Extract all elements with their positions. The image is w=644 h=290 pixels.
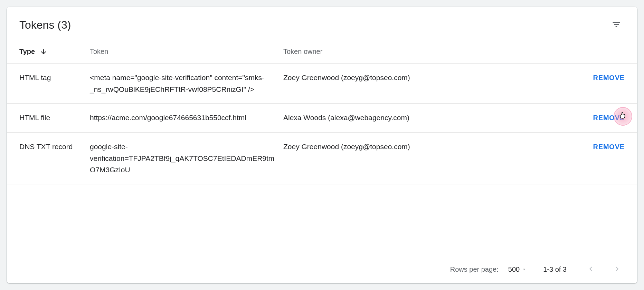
- dropdown-icon: [522, 265, 527, 273]
- cell-owner: Alexa Woods (alexa@webagency.com): [283, 104, 582, 133]
- tokens-card: Tokens (3) Type Toke: [7, 7, 637, 283]
- cell-token: https://acme.com/google674665631b550ccf.…: [90, 104, 283, 133]
- column-header-owner[interactable]: Token owner: [283, 40, 582, 64]
- rows-per-page-value: 500: [508, 265, 520, 273]
- table-row: HTML tag <meta name="google-site-verific…: [7, 64, 637, 104]
- column-header-token[interactable]: Token: [90, 40, 283, 64]
- remove-button[interactable]: REMOVE: [593, 141, 625, 153]
- cell-token: google-site-verification=TFJPA2TBf9j_qAK…: [90, 133, 283, 184]
- rows-per-page-label: Rows per page:: [450, 265, 499, 273]
- cell-owner: Zoey Greenwood (zoeyg@topseo.com): [283, 64, 582, 104]
- cell-type: HTML file: [7, 104, 90, 133]
- column-header-action: [582, 40, 637, 64]
- cell-owner: Zoey Greenwood (zoeyg@topseo.com): [283, 133, 582, 184]
- filter-icon: [612, 20, 621, 30]
- table-row: DNS TXT record google-site-verification=…: [7, 133, 637, 184]
- chevron-right-icon: [613, 264, 622, 274]
- column-header-type[interactable]: Type: [7, 40, 90, 64]
- cell-token: <meta name="google-site-verification" co…: [90, 64, 283, 104]
- chevron-left-icon: [586, 264, 595, 274]
- filter-button[interactable]: [608, 17, 625, 33]
- sort-descending-icon: [40, 48, 47, 56]
- rows-per-page-select[interactable]: 500: [508, 265, 527, 273]
- table-header-row: Type Token Token owner: [7, 40, 637, 64]
- cell-action: REMOVE: [582, 64, 637, 104]
- page-title: Tokens (3): [19, 19, 71, 31]
- page-range: 1-3 of 3: [543, 265, 567, 273]
- cell-action: REMOVE: [582, 104, 637, 133]
- cell-type: HTML tag: [7, 64, 90, 104]
- cell-action: REMOVE: [582, 133, 637, 184]
- card-header: Tokens (3): [7, 7, 637, 40]
- table-row: HTML file https://acme.com/google6746656…: [7, 104, 637, 133]
- remove-button[interactable]: REMOVE: [593, 112, 625, 124]
- column-header-type-label: Type: [19, 48, 35, 56]
- pagination: Rows per page: 500 1-3 of 3: [7, 255, 637, 283]
- remove-button[interactable]: REMOVE: [593, 72, 625, 84]
- tokens-table: Type Token Token owner HTML tag <meta na…: [7, 40, 637, 184]
- prev-page-button[interactable]: [583, 262, 598, 277]
- rows-per-page: Rows per page: 500: [450, 265, 527, 273]
- table-container: Type Token Token owner HTML tag <meta na…: [7, 40, 637, 255]
- next-page-button[interactable]: [609, 262, 625, 277]
- page-nav: [583, 262, 625, 277]
- cell-type: DNS TXT record: [7, 133, 90, 184]
